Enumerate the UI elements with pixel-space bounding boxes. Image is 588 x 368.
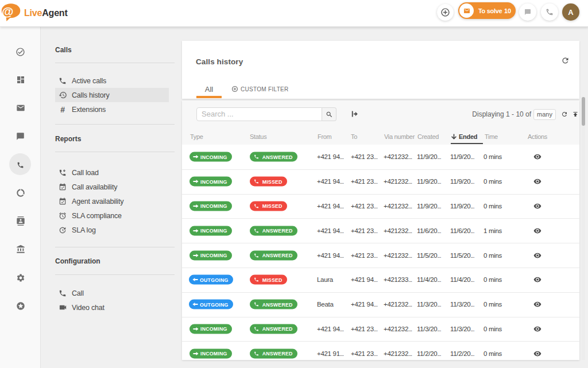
svg-text:@: @ xyxy=(2,5,13,18)
